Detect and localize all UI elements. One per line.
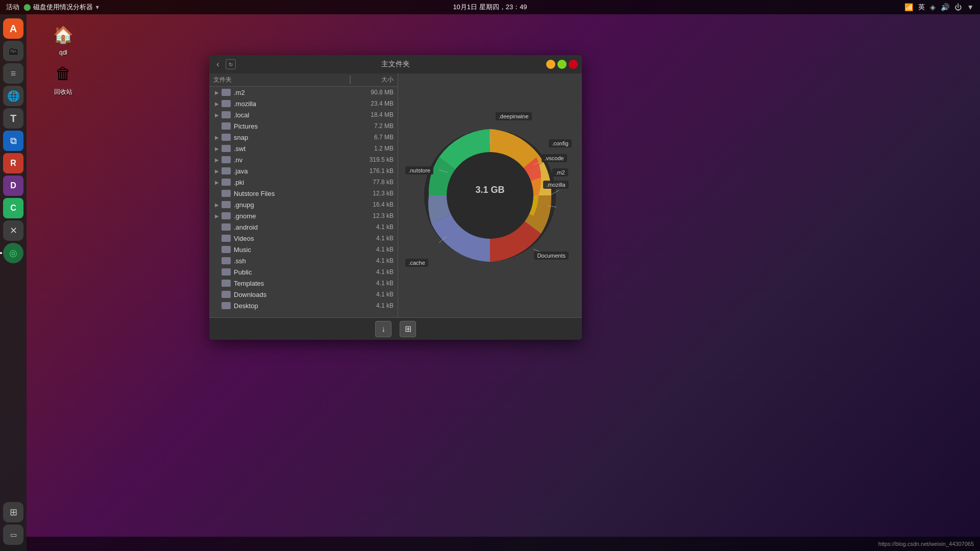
- dock-item-vscode[interactable]: ⧉: [3, 131, 23, 151]
- window-footer: ↓ ⊞: [209, 317, 582, 340]
- expand-arrow: ▶: [213, 201, 220, 208]
- file-size: 23.4 MB: [353, 100, 394, 107]
- website-url: https://blog.csdn.net/weixin_44307065: [878, 541, 974, 547]
- dock-item-datagrip[interactable]: D: [3, 176, 23, 196]
- file-icon: [222, 100, 231, 107]
- file-icon: [222, 223, 231, 231]
- file-row[interactable]: ▶.swt1.2 MB: [209, 143, 398, 154]
- svg-text:3.1 GB: 3.1 GB: [475, 185, 504, 195]
- topbar-datetime: 10月1日 星期四，23：49: [453, 3, 527, 12]
- trash-icon-label: 回收站: [54, 88, 72, 96]
- file-size: 319.5 kB: [353, 156, 394, 163]
- topbar-right: 📶 英 ◈ 🔊 ⏻ ▼: [904, 3, 974, 12]
- file-row[interactable]: ▶.gnupg16.4 kB: [209, 199, 398, 210]
- footer-btn-view[interactable]: ⊞: [400, 321, 416, 337]
- file-size: 18.4 MB: [353, 111, 394, 118]
- activity-label[interactable]: 活动: [6, 3, 19, 12]
- power-icon: ⏻: [954, 3, 962, 11]
- file-row[interactable]: Templates4.1 kB: [209, 278, 398, 289]
- file-row[interactable]: Nutstore Files12.3 kB: [209, 188, 398, 199]
- file-size: 4.1 kB: [353, 235, 394, 242]
- file-icon: [222, 201, 231, 208]
- expand-arrow: ▶: [213, 100, 220, 107]
- network-icon: 📶: [904, 3, 913, 11]
- file-size: 4.1 kB: [353, 280, 394, 287]
- file-size: 4.1 kB: [353, 223, 394, 231]
- file-row[interactable]: ▶.m290.8 MB: [209, 87, 398, 98]
- file-size: 7.2 MB: [353, 122, 394, 130]
- dock-item-rider[interactable]: R: [3, 153, 23, 173]
- file-row[interactable]: Desktop4.1 kB: [209, 300, 398, 311]
- system-menu-icon[interactable]: ▼: [967, 3, 974, 11]
- view-icon: ⊞: [405, 324, 411, 334]
- home-icon: 🏠: [51, 22, 76, 47]
- chart-panel: 3.1 GB .deepinwine .config .nutstore .vs…: [398, 73, 582, 317]
- file-size: 4.1 kB: [353, 246, 394, 253]
- svg-line-10: [533, 249, 543, 253]
- file-row[interactable]: .android4.1 kB: [209, 221, 398, 233]
- dock-item-chrome[interactable]: 🌐: [3, 86, 23, 106]
- dock-item-ssd[interactable]: ▭: [3, 524, 23, 545]
- lang-indicator[interactable]: 英: [918, 3, 925, 12]
- expand-arrow: ▶: [213, 179, 220, 186]
- file-size: 4.1 kB: [353, 268, 394, 276]
- desktop-icon-home[interactable]: 🏠 qdl: [51, 22, 76, 56]
- file-name: .local: [234, 111, 353, 119]
- window-title: 主文件夹: [381, 60, 410, 69]
- file-row[interactable]: ▶.local18.4 MB: [209, 109, 398, 120]
- back-button[interactable]: ‹: [213, 60, 223, 69]
- file-list: ▶.m290.8 MB▶.mozilla23.4 MB▶.local18.4 M…: [209, 87, 398, 311]
- file-name: Templates: [234, 280, 353, 287]
- file-row[interactable]: Videos4.1 kB: [209, 233, 398, 244]
- app-name[interactable]: ⬤ 磁盘使用情况分析器 ▼: [23, 3, 100, 12]
- refresh-button[interactable]: ↻: [226, 59, 236, 69]
- file-name: Videos: [234, 235, 353, 242]
- dock-item-files[interactable]: 🗂: [3, 41, 23, 61]
- cross-icon: ✕: [10, 225, 17, 236]
- file-name: Downloads: [234, 291, 353, 298]
- file-row[interactable]: Downloads4.1 kB: [209, 289, 398, 300]
- file-name: Music: [234, 246, 353, 254]
- file-size: 4.1 kB: [353, 257, 394, 264]
- file-name: .ssh: [234, 257, 353, 265]
- file-icon: [222, 122, 231, 130]
- maximize-button[interactable]: [557, 60, 567, 69]
- footer-btn-download[interactable]: ↓: [375, 321, 391, 337]
- dock-item-clion[interactable]: C: [3, 198, 23, 218]
- expand-arrow: ▶: [213, 145, 220, 152]
- file-name: Pictures: [234, 122, 353, 130]
- file-row[interactable]: ▶snap6.7 MB: [209, 132, 398, 143]
- minimize-button[interactable]: [546, 60, 555, 69]
- expand-arrow: [213, 235, 220, 242]
- expand-arrow: ▶: [213, 156, 220, 163]
- file-row[interactable]: ▶.gnome12.3 kB: [209, 210, 398, 221]
- file-name: .mozilla: [234, 100, 353, 108]
- expand-arrow: [213, 122, 220, 130]
- file-row[interactable]: Pictures7.2 MB: [209, 120, 398, 132]
- file-icon: [222, 179, 231, 186]
- dock-item-store[interactable]: A: [3, 18, 23, 39]
- file-row[interactable]: .ssh4.1 kB: [209, 255, 398, 266]
- file-row[interactable]: ▶.nv319.5 kB: [209, 154, 398, 165]
- close-button[interactable]: [569, 60, 578, 69]
- file-row[interactable]: Music4.1 kB: [209, 244, 398, 255]
- file-row[interactable]: ▶.mozilla23.4 MB: [209, 98, 398, 109]
- rider-icon: R: [10, 159, 16, 168]
- file-size: 176.1 kB: [353, 167, 394, 174]
- store-icon: A: [10, 23, 17, 35]
- file-row[interactable]: Public4.1 kB: [209, 266, 398, 278]
- ssd-icon: ▭: [10, 531, 17, 539]
- file-row[interactable]: ▶.pki77.8 kB: [209, 177, 398, 188]
- desktop-icon-trash[interactable]: 🗑 回收站: [51, 61, 76, 96]
- dock-item-apps-grid[interactable]: ⊞: [3, 502, 23, 522]
- dock-item-text[interactable]: T: [3, 108, 23, 129]
- file-row[interactable]: ▶.java176.1 kB: [209, 165, 398, 177]
- tasks-icon: ≡: [11, 68, 16, 79]
- file-icon: [222, 246, 231, 253]
- file-icon: [222, 302, 231, 309]
- dock-item-disk[interactable]: ◎: [3, 243, 23, 263]
- file-name: .swt: [234, 145, 353, 153]
- download-icon: ↓: [381, 324, 385, 334]
- dock-item-tasks[interactable]: ≡: [3, 63, 23, 84]
- dock-item-cross[interactable]: ✕: [3, 220, 23, 241]
